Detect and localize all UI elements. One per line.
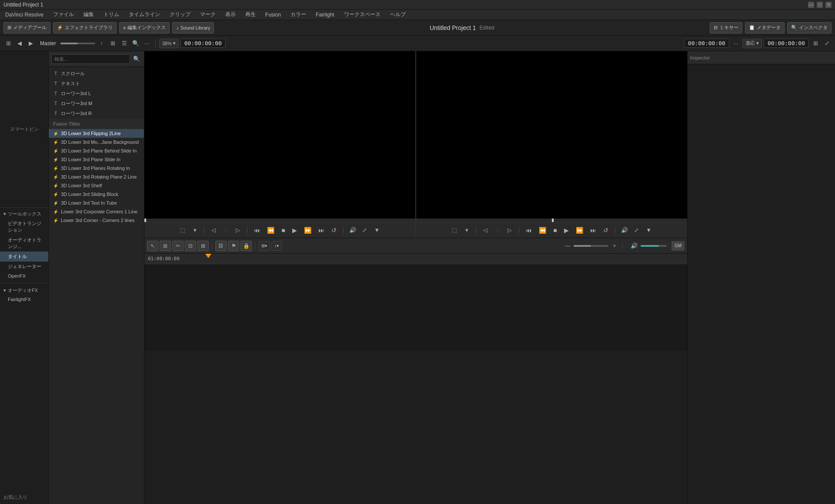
program-play-btn[interactable]: ▶ bbox=[562, 226, 571, 235]
source-dot-icon[interactable]: · bbox=[221, 225, 230, 235]
menu-workspace[interactable]: ワークスペース bbox=[342, 10, 382, 19]
effect-scroll[interactable]: T スクロール bbox=[49, 69, 144, 79]
toolbox-titles[interactable]: タイトル bbox=[0, 252, 48, 262]
minimize-btn[interactable]: — bbox=[808, 2, 814, 8]
tl-trim-tool[interactable]: ⊞ bbox=[160, 241, 171, 251]
dots-icon[interactable]: ⊞ bbox=[811, 39, 820, 48]
program-expand-icon[interactable]: ⤢ bbox=[632, 225, 641, 235]
tl-slip-tool[interactable]: ⊟ bbox=[185, 241, 196, 251]
step-fwd-btn[interactable]: ⏩ bbox=[302, 226, 314, 235]
source-timecode[interactable]: 00:00:00:00 bbox=[180, 39, 226, 48]
toolbox-generators[interactable]: ジェネレーター bbox=[0, 262, 48, 272]
adapt-dropdown[interactable]: 適応 ▾ bbox=[742, 39, 762, 48]
forward-btn[interactable]: ▶ bbox=[26, 39, 36, 48]
tl-link-btn[interactable]: ⛓ bbox=[215, 241, 227, 251]
expand-icon[interactable]: ⤢ bbox=[822, 39, 832, 48]
timeline-ruler[interactable]: 01:00:00:00 bbox=[144, 254, 687, 264]
program-mark-in-btn[interactable]: ◁ bbox=[481, 225, 490, 235]
effect-3d-rotating-plane[interactable]: ⚡ 3D Lower 3rd Rotating Plane 2 Line bbox=[49, 172, 144, 181]
menu-davinci[interactable]: DaVinci Resolve bbox=[3, 11, 45, 19]
source-marker-icon[interactable]: ▼ bbox=[372, 225, 382, 235]
more-options-btn[interactable]: ··· bbox=[142, 39, 152, 48]
menu-file[interactable]: ファイル bbox=[51, 10, 76, 19]
list-view-btn[interactable]: ☰ bbox=[120, 39, 129, 48]
effect-3d-mu-jane[interactable]: ⚡ 3D Lower 3rd Mu...Jane Background bbox=[49, 138, 144, 146]
toolbox-video-transitions[interactable]: ビデオトランジション bbox=[0, 219, 48, 235]
effect-lower3rd-r[interactable]: T ローワー3rd R bbox=[49, 109, 144, 119]
zoom-out-btn[interactable]: — bbox=[563, 241, 572, 251]
audio-fx-header[interactable]: ▾ オーディオFX bbox=[0, 286, 48, 295]
back-btn[interactable]: ◀ bbox=[15, 39, 24, 48]
menu-help[interactable]: ヘルプ bbox=[388, 10, 407, 19]
effects-search-icon[interactable]: 🔍 bbox=[132, 54, 141, 64]
tl-flag-btn[interactable]: ⚑ bbox=[228, 241, 239, 251]
tl-blade-tool[interactable]: ✂ bbox=[172, 241, 184, 251]
effect-lower3rd-corporate-1[interactable]: ⚡ Lower 3rd Corporate Corners 1 Line bbox=[49, 207, 144, 216]
menu-mark[interactable]: マーク bbox=[198, 10, 217, 19]
effects-library-button[interactable]: ⚡ エフェクトライブラリ bbox=[53, 22, 117, 33]
volume-slider[interactable] bbox=[641, 245, 667, 247]
effect-3d-shelf[interactable]: ⚡ 3D Lower 3rd Shelf bbox=[49, 181, 144, 190]
effect-3d-text-in-tube[interactable]: ⚡ 3D Lower 3rd Text In Tube bbox=[49, 199, 144, 207]
effect-lower3rd-l[interactable]: T ローワー3rd L bbox=[49, 89, 144, 99]
effect-3d-plane-behind[interactable]: ⚡ 3D Lower 3rd Plane Behind Slide In bbox=[49, 146, 144, 155]
effect-lower3rd-corner-2[interactable]: ⚡ Lower 3rd Corner - Corners 2 lines bbox=[49, 216, 144, 225]
program-go-start-btn[interactable]: ⏮ bbox=[524, 226, 534, 235]
program-mark-out-btn[interactable]: ▷ bbox=[505, 225, 514, 235]
mixer-button[interactable]: ⊟ ミキサー bbox=[710, 22, 742, 33]
viewer-timecode[interactable]: 00:00:00:00 bbox=[684, 39, 729, 48]
toolbox-audio-transitions[interactable]: オーディオトランジ... bbox=[0, 235, 48, 252]
program-step-fwd-btn[interactable]: ⏩ bbox=[574, 226, 585, 235]
menu-fairlight[interactable]: Fairlight bbox=[314, 11, 336, 19]
menu-view[interactable]: 表示 bbox=[224, 10, 237, 19]
program-stop-btn[interactable]: ■ bbox=[551, 226, 559, 235]
program-dot-icon[interactable]: · bbox=[493, 225, 502, 235]
source-fullscreen-icon[interactable]: ⤢ bbox=[360, 225, 370, 235]
sound-library-button[interactable]: ♪ Sound Library bbox=[172, 22, 214, 33]
sort-icon[interactable]: ↑ bbox=[97, 39, 107, 48]
menu-edit[interactable]: 編集 bbox=[82, 10, 96, 19]
edit-index-button[interactable]: ≡ 編集インデックス bbox=[119, 22, 170, 33]
menu-playback[interactable]: 再生 bbox=[244, 10, 257, 19]
viewer-frame-icon[interactable]: ⬚ bbox=[178, 225, 187, 235]
effect-3d-plane-slide[interactable]: ⚡ 3D Lower 3rd Plane Slide In bbox=[49, 155, 144, 164]
source-progress-bar[interactable] bbox=[144, 219, 415, 222]
source-speaker-icon[interactable]: 🔊 bbox=[348, 225, 357, 235]
tl-select-tool[interactable]: ↖ bbox=[147, 241, 158, 251]
tl-dynamic-tool[interactable]: ⊠ bbox=[197, 241, 209, 251]
effect-3d-sliding-block[interactable]: ⚡ 3D Lower 3rd Sliding Block bbox=[49, 190, 144, 199]
program-go-end-btn[interactable]: ⏭ bbox=[588, 226, 598, 235]
go-end-btn[interactable]: ⏭ bbox=[316, 226, 327, 235]
menu-trim[interactable]: トリム bbox=[102, 10, 121, 19]
effect-3d-flipping-2line[interactable]: ⚡ 3D Lower 3rd Flipping 2Line bbox=[49, 129, 144, 138]
menu-color[interactable]: カラー bbox=[289, 10, 308, 19]
add-clip-btn[interactable]: ⊞ bbox=[3, 39, 13, 48]
zoom-dropdown[interactable]: 38% ▾ bbox=[159, 39, 179, 48]
effect-lower3rd-m[interactable]: T ローワー3rd M bbox=[49, 99, 144, 109]
mark-out-btn[interactable]: ▷ bbox=[233, 225, 243, 235]
playhead[interactable] bbox=[205, 254, 211, 258]
inspector-button[interactable]: 🔍 インスペクタ bbox=[787, 22, 832, 33]
tl-settings-icon[interactable]: GM bbox=[671, 241, 685, 251]
menu-fusion[interactable]: Fusion bbox=[264, 11, 283, 19]
media-pool-button[interactable]: ⊞ メディアプール bbox=[3, 22, 50, 33]
stop-btn[interactable]: ■ bbox=[279, 226, 287, 235]
viewer-more-btn[interactable]: ··· bbox=[731, 39, 741, 48]
tl-snap-dropdown[interactable]: ⊞▾ bbox=[258, 241, 270, 251]
effects-search-input[interactable] bbox=[51, 54, 130, 64]
program-frame-icon[interactable]: ⬚ bbox=[450, 225, 459, 235]
effect-text[interactable]: T テキスト bbox=[49, 79, 144, 89]
maximize-btn[interactable]: □ bbox=[817, 2, 823, 8]
tl-lock-btn[interactable]: 🔒 bbox=[240, 241, 252, 251]
close-btn[interactable]: ✕ bbox=[825, 2, 832, 8]
program-step-back-btn[interactable]: ⏪ bbox=[537, 226, 548, 235]
grid-view-btn[interactable]: ⊞ bbox=[108, 39, 118, 48]
program-chevron-icon[interactable]: ▾ bbox=[462, 225, 471, 235]
search-btn[interactable]: 🔍 bbox=[131, 39, 140, 48]
zoom-in-btn[interactable]: + bbox=[610, 241, 619, 251]
step-back-btn[interactable]: ⏪ bbox=[265, 226, 277, 235]
mark-in-btn[interactable]: ◁ bbox=[209, 225, 218, 235]
toolbox-fairlight-fx[interactable]: FairlightFX bbox=[0, 295, 48, 304]
viewer-chevron-icon[interactable]: ▾ bbox=[190, 225, 200, 235]
menu-clip[interactable]: クリップ bbox=[168, 10, 192, 19]
